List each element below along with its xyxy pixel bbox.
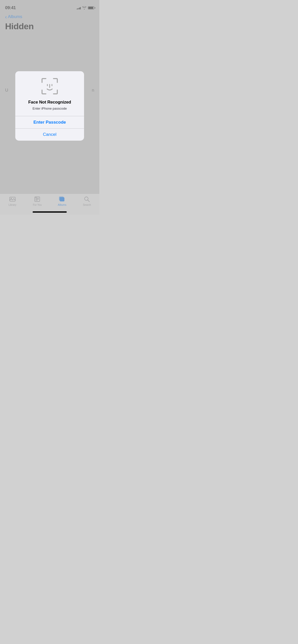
- cancel-button[interactable]: Cancel: [15, 128, 84, 141]
- alert-message: Enter iPhone passcode: [20, 106, 79, 111]
- alert-title: Face Not Recognized: [20, 100, 79, 105]
- face-id-icon: [41, 77, 59, 95]
- alert-content: Face Not Recognized Enter iPhone passcod…: [15, 71, 84, 116]
- alert-dialog: Face Not Recognized Enter iPhone passcod…: [15, 71, 84, 141]
- enter-passcode-button[interactable]: Enter Passcode: [15, 116, 84, 128]
- home-indicator: [33, 211, 67, 213]
